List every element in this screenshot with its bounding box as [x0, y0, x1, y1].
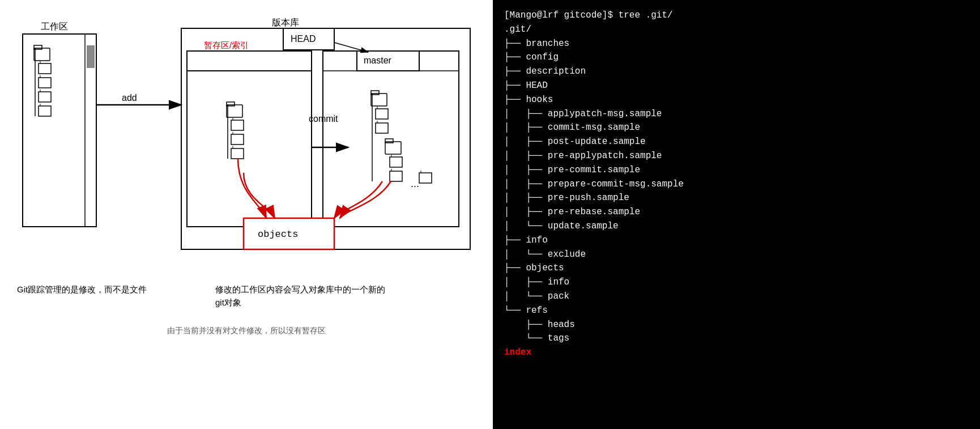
svg-text:commit: commit — [309, 114, 338, 124]
svg-rect-8 — [39, 78, 51, 88]
terminal-line: │ ├── info — [504, 275, 969, 290]
bottom-labels: Git跟踪管理的是修改，而不是文件 修改的工作区内容会写入对象库中的一个新的 g… — [17, 283, 476, 309]
svg-text:版本库: 版本库 — [272, 18, 299, 27]
svg-rect-3 — [87, 45, 95, 68]
svg-rect-54 — [419, 173, 432, 183]
svg-rect-44 — [376, 123, 388, 133]
svg-rect-42 — [376, 109, 388, 119]
svg-rect-28 — [231, 134, 244, 145]
terminal-line: │ ├── pre-commit.sample — [504, 163, 969, 177]
svg-rect-46 — [385, 142, 401, 154]
terminal-line: │ ├── prepare-commit-msg.sample — [504, 177, 969, 192]
terminal-line: .git/ — [504, 23, 969, 37]
terminal-line: └── tags — [504, 332, 969, 346]
left-panel: 工作区 add 版本库 暂存区/索 — [0, 0, 493, 429]
svg-rect-50 — [390, 171, 402, 181]
svg-text:add: add — [122, 93, 137, 103]
caption-right: 修改的工作区内容会写入对象库中的一个新的 git对象 — [215, 283, 442, 309]
svg-rect-6 — [39, 63, 51, 74]
terminal-line: │ ├── pre-applypatch.sample — [504, 149, 969, 163]
svg-rect-24 — [227, 105, 242, 117]
terminal-output: .git/├── branches├── config├── descripti… — [504, 23, 969, 346]
terminal-line: │ ├── pre-rebase.sample — [504, 205, 969, 219]
svg-rect-47 — [385, 139, 393, 143]
terminal-line: │ └── exclude — [504, 248, 969, 262]
terminal-panel: [Mango@lrf gitcode]$ tree .git/ .git/├──… — [493, 0, 980, 429]
svg-rect-22 — [187, 51, 312, 71]
svg-rect-4 — [34, 48, 50, 61]
git-diagram-svg: 工作区 add 版本库 暂存区/索 — [17, 17, 476, 278]
svg-rect-26 — [231, 120, 244, 130]
terminal-line: │ ├── commit-msg.sample — [504, 121, 969, 135]
svg-text:暂存区/索引: 暂存区/索引 — [204, 40, 249, 50]
terminal-line: ├── info — [504, 233, 969, 248]
terminal-line: └── refs — [504, 304, 969, 318]
terminal-line: ├── description — [504, 65, 969, 79]
bottom-note: 由于当前并没有对文件修改，所以没有暂存区 — [17, 326, 476, 336]
svg-rect-30 — [231, 148, 244, 159]
terminal-line: │ ├── post-update.sample — [504, 135, 969, 149]
svg-text:master: master — [364, 56, 392, 65]
svg-rect-12 — [39, 106, 51, 116]
svg-rect-10 — [39, 92, 51, 102]
terminal-line: ├── config — [504, 50, 969, 65]
svg-rect-40 — [371, 94, 387, 106]
svg-rect-20 — [187, 51, 312, 227]
terminal-line: ├── hooks — [504, 93, 969, 107]
terminal-line: │ └── pack — [504, 290, 969, 304]
terminal-index: index — [504, 346, 969, 360]
svg-text:...: ... — [411, 178, 419, 189]
terminal-prompt: [Mango@lrf gitcode]$ tree .git/ — [504, 9, 969, 23]
svg-text:objects: objects — [258, 229, 298, 240]
terminal-line: ├── branches — [504, 37, 969, 51]
svg-text:工作区: 工作区 — [41, 22, 68, 31]
terminal-line: │ └── update.sample — [504, 219, 969, 233]
terminal-line: │ ├── pre-push.sample — [504, 191, 969, 205]
terminal-line: ├── objects — [504, 261, 969, 275]
terminal-line: ├── HEAD — [504, 79, 969, 93]
terminal-line: ├── heads — [504, 318, 969, 332]
diagram-container: 工作区 add 版本库 暂存区/索 — [17, 17, 476, 278]
svg-rect-48 — [390, 157, 402, 167]
svg-text:HEAD: HEAD — [291, 34, 316, 44]
terminal-line: │ ├── applypatch-msg.sample — [504, 107, 969, 121]
caption-left: Git跟踪管理的是修改，而不是文件 — [17, 283, 159, 309]
